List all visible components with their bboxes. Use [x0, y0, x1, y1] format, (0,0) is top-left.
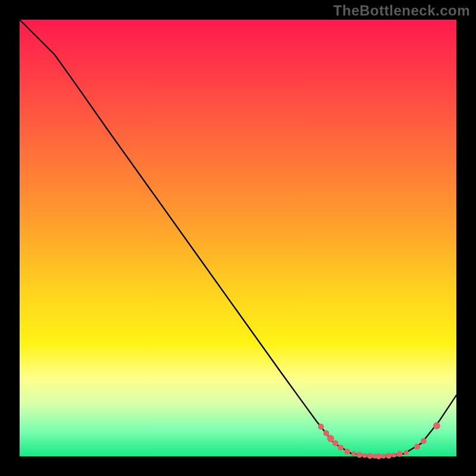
data-marker	[323, 430, 329, 436]
data-marker	[352, 452, 356, 456]
data-marker	[362, 453, 367, 458]
data-marker	[404, 450, 409, 455]
data-marker	[327, 435, 334, 442]
data-marker	[397, 451, 403, 457]
data-marker	[345, 449, 350, 455]
data-marker	[337, 444, 343, 450]
data-marker	[375, 453, 381, 459]
data-marker	[392, 453, 396, 458]
data-marker	[381, 454, 386, 459]
bottleneck-chart	[0, 0, 476, 476]
watermark-text: TheBottleneck.com	[333, 2, 470, 19]
data-marker	[367, 453, 373, 459]
data-marker	[333, 440, 339, 446]
data-marker	[421, 438, 427, 444]
data-marker	[414, 444, 420, 450]
data-marker	[356, 452, 362, 458]
data-marker	[386, 453, 392, 459]
data-marker	[318, 424, 324, 430]
gradient-plot-area	[20, 20, 456, 456]
data-marker	[433, 422, 440, 430]
chart-container: TheBottleneck.com	[0, 0, 476, 476]
